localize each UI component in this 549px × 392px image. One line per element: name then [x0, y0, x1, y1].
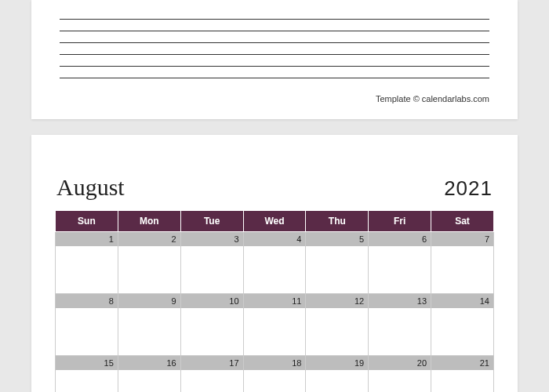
month-name: August	[56, 174, 125, 201]
day-number: 18	[244, 356, 306, 370]
day-number: 15	[56, 356, 118, 370]
day-number: 11	[244, 294, 306, 308]
day-body	[306, 370, 368, 392]
day-body	[118, 246, 180, 293]
day-cell: 13	[369, 294, 431, 356]
notes-lines	[55, 8, 494, 86]
day-cell: 2	[118, 232, 180, 294]
note-line	[60, 43, 489, 55]
weekday-wed: Wed	[243, 211, 306, 232]
day-body	[306, 246, 368, 293]
month-header: August 2021	[55, 174, 494, 210]
day-body	[56, 246, 118, 293]
weekday-thu: Thu	[306, 211, 369, 232]
day-cell: 18	[243, 356, 306, 393]
day-number: 9	[118, 294, 180, 308]
day-cell: 21	[431, 356, 494, 393]
day-cell: 20	[369, 356, 431, 393]
day-body	[56, 308, 118, 355]
note-line	[60, 55, 489, 67]
day-number: 16	[118, 356, 180, 370]
day-number: 6	[369, 232, 431, 246]
day-number: 4	[244, 232, 306, 246]
day-body	[56, 370, 118, 392]
day-cell: 9	[118, 294, 180, 356]
calendar-page: August 2021 Sun Mon Tue Wed Thu Fri Sat …	[31, 135, 518, 392]
day-body	[244, 246, 306, 293]
day-body	[244, 308, 306, 355]
year: 2021	[444, 176, 493, 201]
week-row: 15 16 17 18 19 20 21	[56, 356, 494, 393]
day-body	[431, 370, 493, 392]
day-number: 2	[118, 232, 180, 246]
day-cell: 3	[180, 232, 243, 294]
day-body	[369, 370, 431, 392]
day-cell: 4	[243, 232, 306, 294]
day-cell: 1	[56, 232, 118, 294]
weekday-sat: Sat	[431, 211, 494, 232]
note-line	[60, 67, 489, 78]
week-row: 1 2 3 4 5 6 7	[56, 232, 494, 294]
day-cell: 11	[243, 294, 306, 356]
day-number: 21	[431, 356, 493, 370]
day-number: 5	[306, 232, 368, 246]
day-number: 1	[56, 232, 118, 246]
day-body	[118, 370, 180, 392]
day-body	[181, 308, 243, 355]
day-body	[244, 370, 306, 392]
day-cell: 6	[369, 232, 431, 294]
day-number: 14	[431, 294, 493, 308]
weekday-mon: Mon	[118, 211, 180, 232]
day-cell: 17	[180, 356, 243, 393]
day-number: 10	[181, 294, 243, 308]
day-body	[369, 246, 431, 293]
day-number: 20	[369, 356, 431, 370]
day-number: 13	[369, 294, 431, 308]
day-cell: 19	[306, 356, 369, 393]
weekday-tue: Tue	[180, 211, 243, 232]
day-body	[431, 246, 493, 293]
day-cell: 12	[306, 294, 369, 356]
day-number: 7	[431, 232, 493, 246]
day-body	[306, 308, 368, 355]
day-body	[369, 308, 431, 355]
day-cell: 14	[431, 294, 494, 356]
day-cell: 5	[306, 232, 369, 294]
day-number: 8	[56, 294, 118, 308]
day-body	[181, 370, 243, 392]
calendar-table: Sun Mon Tue Wed Thu Fri Sat 1 2 3 4 5 6 …	[55, 210, 494, 392]
note-line	[60, 31, 489, 43]
day-number: 12	[306, 294, 368, 308]
day-body	[118, 308, 180, 355]
day-body	[431, 308, 493, 355]
day-number: 19	[306, 356, 368, 370]
day-cell: 10	[180, 294, 243, 356]
week-row: 8 9 10 11 12 13 14	[56, 294, 494, 356]
template-credit: Template © calendarlabs.com	[55, 86, 494, 103]
day-cell: 8	[56, 294, 118, 356]
weekday-fri: Fri	[369, 211, 431, 232]
day-body	[181, 246, 243, 293]
day-cell: 15	[56, 356, 118, 393]
day-number: 3	[181, 232, 243, 246]
note-line	[60, 8, 489, 20]
prev-page-tail: Template © calendarlabs.com	[31, 0, 518, 119]
day-number: 17	[181, 356, 243, 370]
day-cell: 7	[431, 232, 494, 294]
day-cell: 16	[118, 356, 180, 393]
weekday-sun: Sun	[56, 211, 118, 232]
note-line	[60, 20, 489, 31]
weekday-row: Sun Mon Tue Wed Thu Fri Sat	[56, 211, 494, 232]
